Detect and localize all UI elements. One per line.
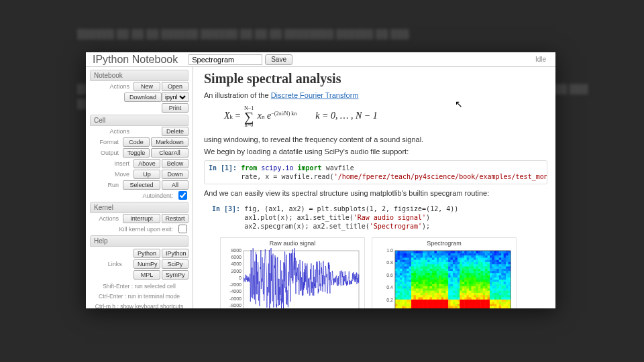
svg-rect-1357 xyxy=(504,286,506,289)
run-all-button[interactable]: All xyxy=(162,180,189,190)
insert-above-button[interactable]: Above xyxy=(133,159,160,168)
svg-rect-826 xyxy=(460,284,462,286)
svg-rect-615 xyxy=(441,255,444,258)
svg-rect-74 xyxy=(397,275,400,278)
svg-rect-1333 xyxy=(501,277,504,280)
svg-rect-1395 xyxy=(506,264,508,267)
svg-rect-165 xyxy=(405,259,407,262)
notebook-name-input[interactable] xyxy=(189,54,262,65)
svg-rect-469 xyxy=(430,268,433,271)
content-area[interactable]: Simple spectral analysis An illustration… xyxy=(193,67,555,308)
svg-rect-806 xyxy=(458,266,460,269)
svg-rect-126 xyxy=(402,284,405,286)
svg-rect-400 xyxy=(425,297,428,300)
link-mpl[interactable]: MPL xyxy=(133,270,160,280)
svg-rect-984 xyxy=(474,306,476,308)
svg-rect-1167 xyxy=(488,273,490,276)
restart-button[interactable]: Restart xyxy=(162,214,189,223)
output-toggle-button[interactable]: Toggle xyxy=(123,148,150,158)
svg-rect-1157 xyxy=(488,295,490,298)
svg-rect-1307 xyxy=(499,273,502,276)
link-dft[interactable]: Discrete Fourier Transform xyxy=(271,91,359,99)
svg-rect-1392 xyxy=(506,271,508,274)
svg-rect-62 xyxy=(397,302,400,304)
svg-rect-269 xyxy=(414,277,417,280)
panel-header-help[interactable]: Help xyxy=(90,235,189,247)
svg-rect-390 xyxy=(423,257,425,260)
insert-below-button[interactable]: Below xyxy=(162,159,189,168)
download-format-select[interactable]: ipynb xyxy=(162,93,189,102)
svg-rect-745 xyxy=(453,277,455,280)
kill-kernel-checkbox[interactable] xyxy=(178,225,187,233)
svg-rect-577 xyxy=(439,277,441,280)
link-python[interactable]: Python xyxy=(133,249,160,258)
save-button[interactable]: Save xyxy=(265,54,292,65)
svg-rect-128 xyxy=(402,280,405,282)
svg-rect-801 xyxy=(458,277,460,280)
svg-rect-608 xyxy=(441,271,444,274)
svg-rect-977 xyxy=(472,259,474,262)
svg-rect-197 xyxy=(407,251,409,253)
svg-rect-456 xyxy=(430,297,433,300)
svg-rect-645 xyxy=(443,251,446,253)
svg-rect-385 xyxy=(423,268,425,271)
svg-rect-748 xyxy=(453,271,455,274)
panel-header-notebook[interactable]: Notebook xyxy=(90,70,189,81)
svg-rect-1063 xyxy=(478,255,481,258)
svg-rect-1037 xyxy=(476,251,478,253)
svg-rect-70 xyxy=(397,284,400,286)
svg-rect-167 xyxy=(405,255,407,258)
svg-rect-409 xyxy=(425,277,428,280)
new-button[interactable]: New xyxy=(133,82,160,91)
svg-rect-1301 xyxy=(499,286,502,289)
delete-button[interactable]: Delete xyxy=(162,127,189,136)
svg-rect-556 xyxy=(437,261,439,264)
svg-rect-751 xyxy=(453,264,455,267)
link-sympy[interactable]: SymPy xyxy=(162,270,189,280)
svg-rect-936 xyxy=(469,288,472,291)
print-button[interactable]: Print xyxy=(162,103,189,113)
download-button[interactable]: Download xyxy=(124,93,162,102)
output-clearall-button[interactable]: ClearAll xyxy=(151,148,189,158)
svg-rect-288 xyxy=(416,297,419,300)
svg-rect-901 xyxy=(467,304,470,306)
svg-rect-513 xyxy=(434,295,437,298)
interrupt-button[interactable]: Interrupt xyxy=(123,214,160,223)
svg-rect-1032 xyxy=(476,261,478,264)
svg-rect-1175 xyxy=(488,255,490,258)
svg-rect-323 xyxy=(418,282,421,284)
svg-rect-54 xyxy=(395,257,398,260)
svg-rect-1090 xyxy=(480,257,483,260)
svg-rect-1055 xyxy=(478,273,481,276)
svg-rect-1328 xyxy=(501,288,504,291)
svg-rect-1190 xyxy=(490,284,492,286)
autoindent-checkbox[interactable] xyxy=(178,191,187,200)
code-cell-1[interactable]: In [1]: from scipy.io import wavfile rat… xyxy=(204,160,547,184)
open-button[interactable]: Open xyxy=(162,82,189,91)
svg-rect-1036 xyxy=(476,253,478,255)
code-cell-3[interactable]: In [3]: fig, (ax1, ax2) = plt.subplots(1… xyxy=(204,202,547,233)
svg-rect-905 xyxy=(467,295,470,298)
svg-rect-453 xyxy=(430,304,433,306)
move-down-button[interactable]: Down xyxy=(162,170,189,179)
link-scipy[interactable]: SciPy xyxy=(162,259,189,269)
svg-rect-1092 xyxy=(480,253,483,255)
svg-rect-970 xyxy=(472,275,474,278)
format-code-button[interactable]: Code xyxy=(123,137,150,147)
svg-rect-1349 xyxy=(504,304,506,306)
panel-header-cell[interactable]: Cell xyxy=(90,115,189,126)
svg-rect-278 xyxy=(414,257,417,260)
link-numpy[interactable]: NumPy xyxy=(133,259,160,269)
svg-rect-1348 xyxy=(504,306,506,308)
svg-rect-689 xyxy=(448,277,451,280)
format-markdown-button[interactable]: Markdown xyxy=(151,137,189,147)
move-up-button[interactable]: Up xyxy=(133,170,160,179)
svg-rect-48 xyxy=(395,271,398,274)
panel-header-kernel[interactable]: Kernel xyxy=(90,202,189,213)
link-ipython[interactable]: IPython xyxy=(162,249,189,258)
svg-rect-706 xyxy=(451,302,453,304)
svg-rect-504 xyxy=(432,253,435,255)
svg-rect-1322 xyxy=(501,302,504,304)
run-selected-button[interactable]: Selected xyxy=(123,180,160,190)
svg-rect-256 xyxy=(414,306,417,308)
